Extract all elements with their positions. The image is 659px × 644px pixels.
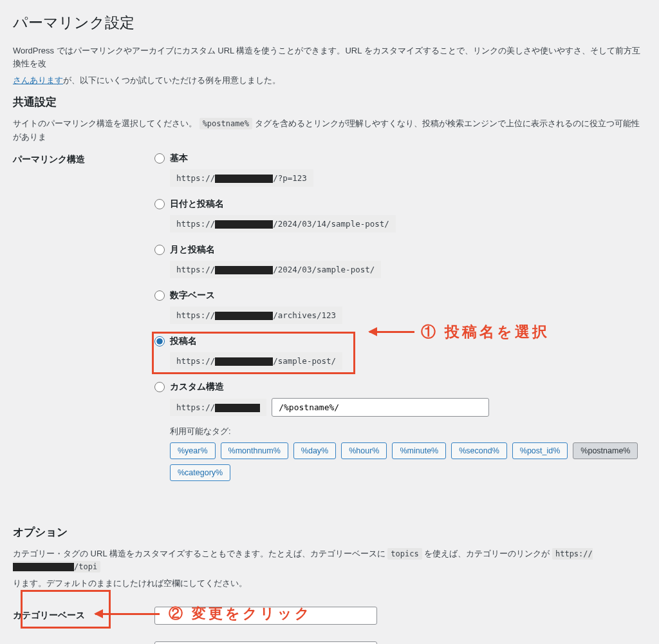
radio-numeric-label[interactable]: 数字ベース [170, 290, 215, 301]
structure-label: パーマリンク構造 [13, 153, 154, 166]
intro-text-b: が、以下にいくつか試していただける例を用意しました。 [63, 75, 281, 85]
radio-post-name[interactable] [154, 336, 165, 346]
intro-text-a: WordPress ではパーマリンクやアーカイブにカスタム URL 構造を使うこ… [13, 46, 640, 68]
opt-url-pre: https:// [555, 549, 593, 558]
ex-pre: https:// [176, 356, 215, 366]
ex-pre: https:// [176, 265, 215, 274]
annotation-arrow-2: ② 変更をクリック [95, 604, 312, 623]
redacted-domain [215, 404, 260, 412]
opt-a: カテゴリー・タグの URL 構造をカスタマイズすることもできます。たとえば、カテ… [13, 549, 387, 558]
redacted-domain [215, 220, 273, 229]
example-plain: https:///?p=123 [170, 169, 313, 187]
arrow-icon [369, 331, 414, 333]
radio-post-name-label[interactable]: 投稿名 [170, 336, 197, 347]
intro-paragraph: WordPress ではパーマリンクやアーカイブにカスタム URL 構造を使うこ… [13, 44, 646, 70]
tag-button-hour[interactable]: %hour% [341, 442, 387, 459]
annotation-text-2: ② 変更をクリック [169, 604, 312, 623]
option-desc: カテゴリー・タグの URL 構造をカスタマイズすることもできます。たとえば、カテ… [13, 547, 646, 573]
radio-custom[interactable] [154, 382, 165, 392]
example-custom-prefix: https:// [170, 399, 266, 416]
tag-base-input[interactable] [154, 641, 377, 644]
page-title: パーマリンク設定 [13, 13, 646, 33]
redacted-domain [13, 563, 74, 571]
tag-button-monthnum[interactable]: %monthnum% [221, 442, 288, 459]
tag-button-minute[interactable]: %minute% [392, 442, 446, 459]
arrow-icon [95, 613, 160, 615]
ex-suf: /archives/123 [273, 310, 336, 320]
redacted-domain [215, 175, 273, 183]
radio-custom-label[interactable]: カスタム構造 [170, 381, 224, 393]
tag-button-year[interactable]: %year% [170, 442, 216, 459]
radio-date-name[interactable] [154, 199, 165, 209]
radio-plain[interactable] [154, 153, 165, 164]
ex-suf: /sample-post/ [273, 356, 336, 366]
opt-b: を使えば、カテゴリーのリンクが [424, 549, 552, 558]
annotation-arrow-1: ① 投稿名を選択 [369, 322, 550, 342]
example-date-name: https:///2024/03/14/sample-post/ [170, 215, 396, 232]
radio-plain-label[interactable]: 基本 [170, 153, 188, 164]
tag-button-post_id[interactable]: %post_id% [512, 442, 568, 459]
opt-url-suf: /topi [74, 562, 97, 571]
tag-button-second[interactable]: %second% [451, 442, 507, 459]
available-tags-label: 利用可能なタグ: [170, 426, 646, 437]
ex-pre: https:// [176, 402, 215, 412]
ex-suf: /2024/03/sample-post/ [273, 265, 375, 274]
example-month-name: https:///2024/03/sample-post/ [170, 261, 381, 278]
option-desc-2: ります。デフォルトのままにしたければ空欄にしてください。 [13, 577, 646, 590]
intro-link[interactable]: さんあります [13, 75, 63, 85]
postname-tag-code: %postname% [200, 118, 252, 129]
example-post-name: https:///sample-post/ [170, 352, 342, 370]
tag-button-postname[interactable]: %postname% [573, 442, 638, 459]
example-numeric: https:///archives/123 [170, 307, 342, 324]
ex-suf: /2024/03/14/sample-post/ [273, 219, 389, 229]
annotation-text-1: ① 投稿名を選択 [421, 322, 550, 342]
common-desc-a: サイトのパーマリンク構造を選択してください。 [13, 118, 197, 128]
ex-pre: https:// [176, 310, 215, 320]
radio-month-name-label[interactable]: 月と投稿名 [170, 244, 215, 256]
tag-button-category[interactable]: %category% [170, 464, 230, 481]
redacted-domain [215, 357, 273, 366]
tag-button-day[interactable]: %day% [293, 442, 336, 459]
intro-paragraph-2: さんありますが、以下にいくつか試していただける例を用意しました。 [13, 74, 646, 87]
radio-numeric[interactable] [154, 290, 165, 301]
opt-topics: topics [387, 548, 422, 560]
radio-date-name-label[interactable]: 日付と投稿名 [170, 198, 224, 210]
common-desc: サイトのパーマリンク構造を選択してください。 %postname% タグを含める… [13, 117, 646, 143]
custom-structure-input[interactable] [272, 398, 489, 417]
ex-pre: https:// [176, 219, 215, 229]
section-option-heading: オプション [13, 525, 646, 540]
redacted-domain [215, 266, 273, 274]
radio-month-name[interactable] [154, 245, 165, 255]
section-common-heading: 共通設定 [13, 95, 646, 109]
redacted-domain [215, 312, 273, 320]
ex-pre: https:// [176, 173, 215, 183]
ex-suf: /?p=123 [273, 173, 307, 183]
